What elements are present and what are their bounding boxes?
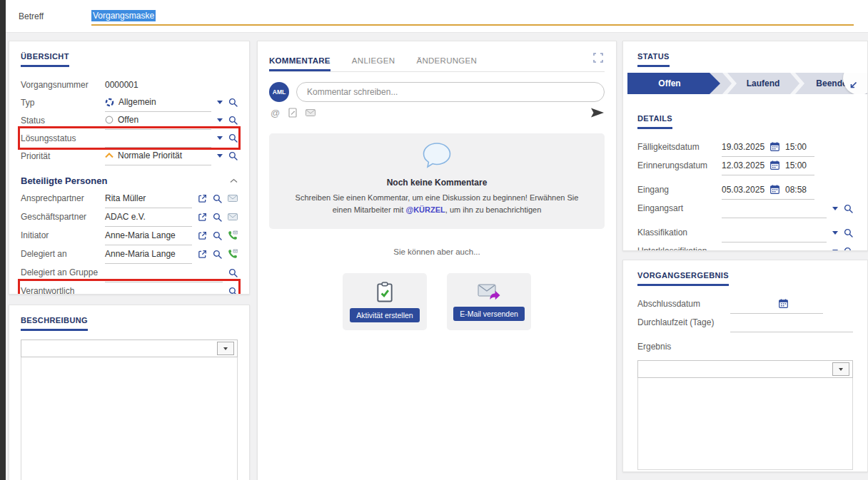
open-record-icon[interactable] xyxy=(198,231,207,240)
chevron-down-icon[interactable] xyxy=(217,101,223,104)
field-abschlussdatum: Abschlussdatum xyxy=(637,295,853,313)
phone-mail-icon[interactable] xyxy=(228,249,238,259)
send-icon[interactable] xyxy=(590,108,605,118)
empty-state-title: Noch keine Kommentare xyxy=(286,178,587,188)
chevron-up-icon[interactable] xyxy=(230,178,238,183)
calendar-icon[interactable] xyxy=(770,142,779,151)
unterklassifikation-select[interactable] xyxy=(722,242,827,252)
field-label: Verantwortlich xyxy=(21,286,105,295)
toolbar-dropdown-button[interactable] xyxy=(832,362,849,376)
tab-aenderungen[interactable]: ÄNDERUNGEN xyxy=(416,56,477,71)
empty-comments-box: Noch keine Kommentare Schreiben Sie eine… xyxy=(269,133,605,229)
verantwortlich-field[interactable] xyxy=(105,282,223,295)
status-step-laufend[interactable]: Laufend xyxy=(738,73,788,94)
chevron-down-icon[interactable] xyxy=(217,154,223,158)
search-icon[interactable] xyxy=(228,116,238,125)
status-step-offen[interactable]: Offen xyxy=(627,73,720,94)
description-textarea[interactable] xyxy=(21,357,238,480)
persons-section-header: Beteiligte Personen xyxy=(21,172,238,189)
chevron-down-icon[interactable] xyxy=(832,250,838,252)
search-icon[interactable] xyxy=(213,231,222,240)
field-faelligkeitsdatum: Fälligkeitsdatum 19.03.2025 15:00 xyxy=(637,138,853,156)
field-eingang: Eingang 05.03.2025 08:58 xyxy=(637,180,853,199)
date-field[interactable]: 05.03.2025 08:58 xyxy=(722,180,814,200)
date-field[interactable]: 19.03.2025 15:00 xyxy=(722,138,814,157)
status-select[interactable]: Offen xyxy=(105,111,211,130)
comments-tabs: KOMMENTARE ANLIEGEN ÄNDERUNGEN xyxy=(269,48,605,72)
field-label: Delegiert an Gruppe xyxy=(21,267,105,277)
phone-mail-icon[interactable] xyxy=(228,230,238,240)
ergebnis-textarea[interactable] xyxy=(637,378,853,470)
comment-input[interactable] xyxy=(296,82,605,102)
tab-kommentare[interactable]: KOMMENTARE xyxy=(269,56,330,71)
field-geschaeftspartner: Geschäftspartner ADAC e.V. xyxy=(21,208,238,226)
search-icon[interactable] xyxy=(228,133,238,143)
avatar: AML xyxy=(269,82,289,102)
field-value: Offen xyxy=(118,115,138,125)
send-email-button[interactable]: E-Mail versenden xyxy=(453,307,525,321)
field-label: Typ xyxy=(21,98,105,108)
durchlaufzeit-field[interactable] xyxy=(730,313,853,332)
search-icon[interactable] xyxy=(228,151,238,160)
search-icon[interactable] xyxy=(844,228,853,238)
field-eingangsart: Eingangsart xyxy=(637,199,853,218)
search-icon[interactable] xyxy=(213,213,222,222)
mail-icon[interactable] xyxy=(228,195,238,202)
calendar-icon[interactable] xyxy=(779,299,788,308)
field-label: Priorität xyxy=(21,151,105,161)
field-label: Eingang xyxy=(637,185,722,195)
prioritaet-select[interactable]: Normale Priorität xyxy=(105,147,211,165)
search-icon[interactable] xyxy=(213,194,222,203)
delegiert-an-gruppe-field[interactable] xyxy=(105,263,223,282)
search-icon[interactable] xyxy=(228,98,238,107)
fullscreen-icon[interactable] xyxy=(593,53,603,63)
search-icon[interactable] xyxy=(213,250,222,259)
loesungsstatus-select[interactable] xyxy=(105,129,211,148)
klassifikation-select[interactable] xyxy=(722,223,827,242)
field-label: Durchlaufzeit (Tage) xyxy=(637,317,730,327)
ansprechpartner-field[interactable]: Rita Müller xyxy=(105,189,192,208)
field-label: Status xyxy=(21,116,105,126)
vorgang-detail-screen: Betreff Vorgangsmaske ÜBERSICHT Vorgangs… xyxy=(0,0,868,480)
chevron-down-icon[interactable] xyxy=(832,231,838,235)
eingangsart-select[interactable] xyxy=(722,199,827,218)
search-icon[interactable] xyxy=(228,287,238,295)
note-icon[interactable] xyxy=(288,108,297,118)
also-text: Sie können aber auch... xyxy=(269,247,605,256)
search-icon[interactable] xyxy=(844,247,853,252)
quick-action-cards: Aktivität erstellen E-Mail versenden xyxy=(269,273,605,330)
field-erinnerungsdatum: Erinnerungsdatum 12.03.2025 15:00 xyxy=(637,156,853,175)
mail-icon[interactable] xyxy=(306,109,316,116)
chevron-down-icon[interactable] xyxy=(217,118,223,122)
mail-icon[interactable] xyxy=(228,213,238,220)
tab-anliegen[interactable]: ANLIEGEN xyxy=(352,56,395,71)
typ-select[interactable]: Allgemein xyxy=(105,93,211,112)
time-value[interactable]: 08:58 xyxy=(785,185,808,195)
delegiert-an-field[interactable]: Anne-Maria Lange xyxy=(105,245,192,264)
mention-icon[interactable]: @ xyxy=(271,108,280,118)
calendar-icon[interactable] xyxy=(770,185,779,194)
create-activity-button[interactable]: Aktivität erstellen xyxy=(350,308,419,322)
mail-forward-icon xyxy=(478,283,500,301)
open-record-icon[interactable] xyxy=(198,194,207,203)
date-field[interactable]: 12.03.2025 15:00 xyxy=(722,156,814,175)
initiator-field[interactable]: Anne-Maria Lange xyxy=(105,226,192,245)
toolbar-dropdown-button[interactable] xyxy=(217,342,234,355)
chevron-down-icon[interactable] xyxy=(832,207,838,210)
open-record-icon[interactable] xyxy=(198,250,207,259)
geschaeftspartner-field[interactable]: ADAC e.V. xyxy=(105,208,192,227)
mention-token[interactable]: @KÜRZEL xyxy=(405,205,445,214)
subject-input[interactable]: Vorgangsmaske xyxy=(91,7,854,26)
ergebnis-label: Ergebnis xyxy=(637,342,853,352)
date-field[interactable] xyxy=(730,295,823,314)
open-record-icon[interactable] xyxy=(198,213,207,222)
chevron-down-icon[interactable] xyxy=(217,136,223,140)
time-value[interactable]: 15:00 xyxy=(785,160,808,170)
calendar-icon[interactable] xyxy=(770,160,779,170)
field-value: Rita Müller xyxy=(105,193,146,203)
search-icon[interactable] xyxy=(844,204,853,213)
field-verantwortlich: Verantwortlich xyxy=(21,282,238,295)
search-icon[interactable] xyxy=(228,268,238,277)
time-value[interactable]: 15:00 xyxy=(785,142,808,152)
overview-panel: ÜBERSICHT Vorgangsnummer 0000001 Typ All… xyxy=(9,41,250,295)
